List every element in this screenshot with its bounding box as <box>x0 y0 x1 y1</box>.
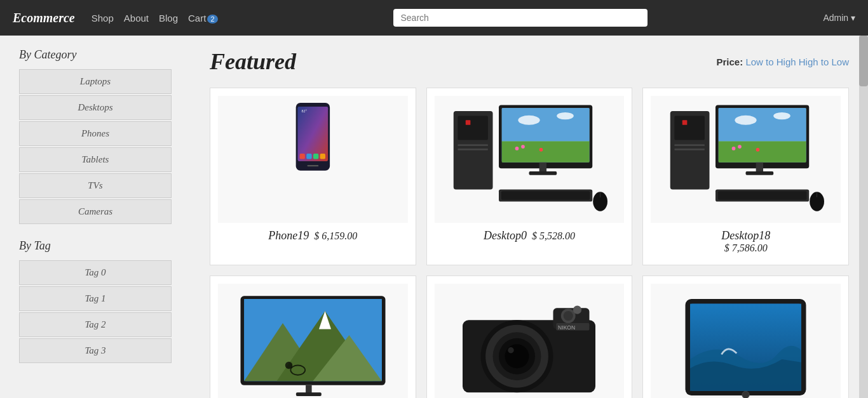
svg-rect-33 <box>675 149 705 150</box>
brand-logo: Ecommerce <box>13 11 75 25</box>
scrollbar-thumb[interactable] <box>859 36 868 86</box>
product-card-phone19[interactable]: 82° Phone19 $ 6,159.00 <box>210 88 416 265</box>
svg-point-38 <box>735 116 757 125</box>
category-item-tvs[interactable]: TVs <box>19 173 172 198</box>
nav-cart[interactable]: Cart2 <box>188 13 217 23</box>
svg-point-72 <box>573 305 581 314</box>
svg-rect-10 <box>458 116 489 140</box>
svg-point-39 <box>773 112 790 119</box>
product-image-desktop0 <box>435 96 625 223</box>
category-list: Laptops Desktops Phones Tablets TVs Came… <box>19 69 172 224</box>
product-card-tablet[interactable] <box>642 275 849 398</box>
svg-point-67 <box>508 347 515 354</box>
svg-point-71 <box>564 311 573 321</box>
product-card-camera[interactable]: NIKON <box>426 275 633 398</box>
nav-blog[interactable]: Blog <box>159 13 178 23</box>
price-sort: Price: Low to High High to Low <box>717 56 849 67</box>
product-name-desktop0: Desktop0 <box>484 229 527 242</box>
category-section-title: By Category <box>19 48 172 62</box>
svg-point-22 <box>539 148 543 152</box>
svg-rect-24 <box>529 171 557 175</box>
sort-high-to-low[interactable]: High to Low <box>799 56 849 67</box>
category-item-cameras[interactable]: Cameras <box>19 199 172 224</box>
svg-rect-4 <box>300 154 305 159</box>
tag-item-3[interactable]: Tag 3 <box>19 338 172 363</box>
svg-rect-37 <box>719 142 806 163</box>
product-image-phone19: 82° <box>218 96 408 223</box>
navbar: Ecommerce Shop About Blog Cart2 Admin <box>0 0 868 36</box>
tag-section-title: By Tag <box>19 239 172 253</box>
product-card-desktop0[interactable]: Desktop0 $ 5,528.00 <box>426 88 633 265</box>
svg-rect-11 <box>466 120 471 125</box>
tag-item-2[interactable]: Tag 2 <box>19 312 172 337</box>
svg-rect-26 <box>501 191 590 199</box>
sidebar: By Category Laptops Desktops Phones Tabl… <box>0 36 191 398</box>
nav-shop[interactable]: Shop <box>92 13 114 23</box>
svg-rect-30 <box>675 116 705 140</box>
category-item-desktops[interactable]: Desktops <box>19 95 172 120</box>
svg-rect-6 <box>313 154 318 159</box>
product-price-phone19: $ 6,159.00 <box>314 230 357 241</box>
tag-list: Tag 0 Tag 1 Tag 2 Tag 3 <box>19 260 172 363</box>
product-info-desktop0: Desktop0 $ 5,528.00 <box>484 229 575 242</box>
svg-point-21 <box>522 145 526 149</box>
content-header: Featured Price: Low to High High to Low <box>210 48 849 75</box>
svg-rect-36 <box>719 108 806 141</box>
svg-rect-5 <box>306 154 311 159</box>
svg-rect-17 <box>502 142 590 163</box>
product-info-desktop18: Desktop18$ 7,586.00 <box>721 229 770 254</box>
product-image-desktop18 <box>651 96 841 223</box>
product-card-desktop18[interactable]: Desktop18$ 7,586.00 <box>642 88 849 265</box>
svg-point-20 <box>515 147 519 150</box>
svg-rect-7 <box>320 154 325 159</box>
svg-point-40 <box>732 147 736 150</box>
search-container <box>393 9 813 27</box>
main-content: Featured Price: Low to High High to Low <box>191 36 868 398</box>
svg-point-18 <box>519 116 540 125</box>
search-input[interactable] <box>393 9 648 27</box>
svg-text:NIKON: NIKON <box>559 324 576 331</box>
tag-item-0[interactable]: Tag 0 <box>19 260 172 285</box>
svg-rect-12 <box>458 144 489 146</box>
tag-item-1[interactable]: Tag 1 <box>19 286 172 311</box>
svg-point-41 <box>738 145 742 149</box>
product-grid: 82° Phone19 $ 6,159.00 <box>210 88 849 398</box>
price-label: Price: <box>717 56 743 67</box>
nav-about[interactable]: About <box>124 13 149 23</box>
product-info-phone19: Phone19 $ 6,159.00 <box>268 229 357 242</box>
svg-rect-46 <box>718 191 807 199</box>
svg-point-76 <box>742 391 749 398</box>
product-price-desktop0: $ 5,528.00 <box>532 230 575 241</box>
svg-point-19 <box>557 112 574 119</box>
product-name-phone19: Phone19 <box>268 229 309 242</box>
svg-text:82°: 82° <box>302 109 308 113</box>
category-item-phones[interactable]: Phones <box>19 121 172 146</box>
svg-rect-8 <box>307 165 318 166</box>
cart-badge: 2 <box>207 15 217 23</box>
sort-low-to-high[interactable]: Low to High <box>745 56 796 67</box>
svg-rect-16 <box>502 108 590 141</box>
svg-rect-31 <box>682 120 688 125</box>
svg-rect-2 <box>298 107 329 161</box>
admin-menu[interactable]: Admin <box>823 13 855 23</box>
product-image-camera: NIKON <box>435 284 625 398</box>
svg-rect-32 <box>675 144 705 146</box>
category-item-tablets[interactable]: Tablets <box>19 147 172 172</box>
svg-point-42 <box>756 148 760 152</box>
product-image-tv <box>218 284 408 398</box>
scrollbar-track[interactable] <box>859 36 868 398</box>
svg-point-66 <box>505 344 529 368</box>
svg-rect-13 <box>458 149 489 150</box>
category-item-laptops[interactable]: Laptops <box>19 69 172 94</box>
svg-rect-44 <box>746 171 774 175</box>
product-card-tv[interactable] <box>210 275 416 398</box>
svg-rect-59 <box>296 392 322 396</box>
page-title: Featured <box>210 48 296 75</box>
product-image-tablet <box>651 284 841 398</box>
